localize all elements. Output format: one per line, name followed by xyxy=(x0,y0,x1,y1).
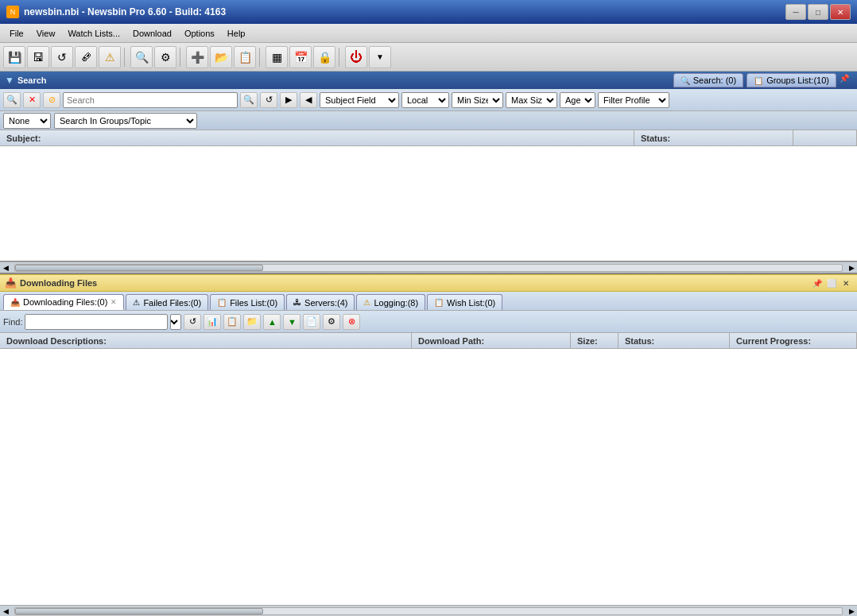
status-col-header: Status: xyxy=(634,130,793,145)
download-table-header: Download Descriptions: Download Path: Si… xyxy=(0,333,857,349)
hscroll-left-btn[interactable]: ◀ xyxy=(0,262,11,273)
download-pin-btn[interactable]: 📌 xyxy=(811,277,824,289)
toolbar-sep-2 xyxy=(180,48,183,67)
tab-failed-files[interactable]: ⚠ Failed Files:(0) xyxy=(126,294,208,310)
download-close-btn[interactable]: ✕ xyxy=(840,277,852,289)
find-dropdown[interactable]: ▼ xyxy=(170,314,181,330)
title-bar-left: N newsbin.nbi - Newsbin Pro 6.60 - Build… xyxy=(6,6,226,18)
alert-button[interactable]: ⚠ xyxy=(99,46,121,68)
find-pause-btn[interactable]: ▲ xyxy=(263,314,281,330)
schedule-button[interactable]: 📅 xyxy=(289,46,312,68)
none-select[interactable]: None xyxy=(3,113,51,129)
search-in-groups-select[interactable]: Search In Groups/Topic xyxy=(54,113,197,129)
max-size-select[interactable]: Max Size xyxy=(506,92,557,108)
dl-hscroll-thumb[interactable] xyxy=(15,608,263,614)
find-label: Find: xyxy=(3,317,22,327)
minimize-button[interactable]: ─ xyxy=(785,4,806,20)
menu-watchlists[interactable]: Watch Lists... xyxy=(61,27,126,40)
find-queue-btn[interactable]: 📋 xyxy=(223,314,241,330)
find-refresh-btn[interactable]: ↺ xyxy=(184,314,201,330)
age-select[interactable]: Age xyxy=(560,92,595,108)
menu-options[interactable]: Options xyxy=(178,27,221,40)
search-hscrollbar[interactable]: ◀ ▶ xyxy=(0,262,857,273)
tab-downloading-files[interactable]: 📥 Downloading Files:(0) ✕ xyxy=(3,294,124,310)
tab-close-icon[interactable]: ✕ xyxy=(111,298,117,306)
find-stats-btn[interactable]: 📊 xyxy=(204,314,221,330)
search-panel-title: Search xyxy=(17,76,47,85)
dl-hscroll-left-btn[interactable]: ◀ xyxy=(0,607,11,615)
download-table-body xyxy=(0,349,857,530)
tab-files-list[interactable]: 📋 Files List:(0) xyxy=(210,294,285,310)
dl-hscroll-track[interactable] xyxy=(14,607,843,615)
search-prev-btn[interactable]: ◀ xyxy=(300,92,317,108)
menu-bar: File View Watch Lists... Download Option… xyxy=(0,24,857,43)
newsgroup-button[interactable]: 🗞 xyxy=(75,46,97,68)
download-panel-buttons: 📌 ⬜ ✕ xyxy=(811,277,852,289)
search-tab-search[interactable]: 🔍 Search: (0) xyxy=(673,73,743,87)
search-refresh-btn[interactable]: ↺ xyxy=(260,92,277,108)
hscroll-thumb[interactable] xyxy=(15,265,263,271)
add-button[interactable]: ➕ xyxy=(186,46,208,68)
search-tab-groups[interactable]: 📋 Groups List:(10) xyxy=(746,73,836,87)
find-stop-btn[interactable]: ⊗ xyxy=(343,314,360,330)
local-select[interactable]: Local xyxy=(401,92,449,108)
restore-button[interactable]: □ xyxy=(808,4,828,20)
dl-hscroll-right-btn[interactable]: ▶ xyxy=(846,607,857,615)
download-panel-header: 📥 Downloading Files 📌 ⬜ ✕ xyxy=(0,274,857,292)
toolbar-sep-1 xyxy=(124,48,127,67)
power-button[interactable]: ⏻ xyxy=(345,46,367,68)
tab-logging[interactable]: ⚠ Logging:(8) xyxy=(356,294,425,310)
title-buttons: ─ □ ✕ xyxy=(785,4,851,20)
download-float-btn[interactable]: ⬜ xyxy=(825,277,838,289)
download-icon: 📥 xyxy=(5,277,17,289)
results-header: Subject: Status: xyxy=(0,130,857,146)
search-panel-collapse[interactable]: ▼ xyxy=(5,75,14,86)
lock-button[interactable]: 🔒 xyxy=(313,46,335,68)
find-settings2-btn[interactable]: ⚙ xyxy=(323,314,340,330)
find-up-folder-btn[interactable]: 📁 xyxy=(243,314,261,330)
hscroll-right-btn[interactable]: ▶ xyxy=(846,262,857,273)
col-progress: Current Progress: xyxy=(730,333,857,348)
main-toolbar: 💾 🖫 ↺ 🗞 ⚠ 🔍 ⚙ ➕ 📂 📋 ▦ 📅 🔒 ⏻ ▼ xyxy=(0,43,857,72)
find-down-btn[interactable]: ▼ xyxy=(283,314,301,330)
add-group-button[interactable]: 📂 xyxy=(210,46,232,68)
hscroll-track[interactable] xyxy=(14,264,843,272)
close-button[interactable]: ✕ xyxy=(830,4,851,20)
add-list-button[interactable]: 📋 xyxy=(234,46,256,68)
search-clear-btn[interactable]: ✕ xyxy=(23,92,41,108)
search-input[interactable] xyxy=(63,92,238,108)
search-go-btn[interactable]: 🔍 xyxy=(240,92,258,108)
col-size: Size: xyxy=(571,333,619,348)
search-icon-btn[interactable]: 🔍 xyxy=(3,92,21,108)
tab-servers[interactable]: 🖧 Servers:(4) xyxy=(286,294,355,310)
toolbar-sep-3 xyxy=(259,48,262,67)
save-button[interactable]: 🖫 xyxy=(27,46,49,68)
search-stop-btn[interactable]: ⊘ xyxy=(43,92,60,108)
find-file-btn[interactable]: 📄 xyxy=(303,314,320,330)
min-size-select[interactable]: Min Size xyxy=(452,92,503,108)
col-status: Status: xyxy=(619,333,730,348)
filter-button[interactable]: ▦ xyxy=(266,46,288,68)
tab-wishlist[interactable]: 📋 Wish List:(0) xyxy=(427,294,502,310)
window-title: newsbin.nbi - Newsbin Pro 6.60 - Build: … xyxy=(24,6,226,17)
filter-profile-select[interactable]: Filter Profile xyxy=(598,92,669,108)
search-next-btn[interactable]: ▶ xyxy=(280,92,297,108)
subject-field-select[interactable]: Subject Field xyxy=(320,92,399,108)
download-panel-title-area: 📥 Downloading Files xyxy=(5,277,97,289)
menu-help[interactable]: Help xyxy=(221,27,252,40)
menu-download[interactable]: Download xyxy=(126,27,178,40)
save-nbi-button[interactable]: 💾 xyxy=(3,46,25,68)
search-button[interactable]: 🔍 xyxy=(130,46,153,68)
extra-col-header xyxy=(793,130,857,145)
settings-button[interactable]: ⚙ xyxy=(154,46,176,68)
search-section: ▼ Search 🔍 Search: (0) 📋 Groups List:(10… xyxy=(0,72,857,274)
download-hscrollbar[interactable]: ◀ ▶ xyxy=(0,605,857,616)
download-table: Download Descriptions: Download Path: Si… xyxy=(0,333,857,605)
refresh-button[interactable]: ↺ xyxy=(51,46,73,68)
menu-file[interactable]: File xyxy=(3,27,30,40)
toolbar-extra[interactable]: ▼ xyxy=(369,46,391,68)
search-panel-pin[interactable]: 📌 xyxy=(840,74,852,87)
title-bar: N newsbin.nbi - Newsbin Pro 6.60 - Build… xyxy=(0,0,857,24)
menu-view[interactable]: View xyxy=(30,27,62,40)
find-input[interactable] xyxy=(25,314,168,330)
